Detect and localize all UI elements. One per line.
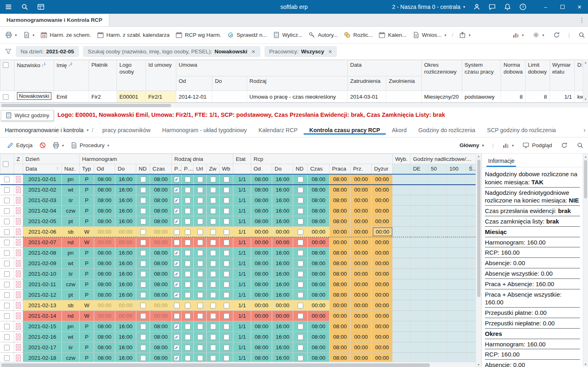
cell-dyzur[interactable]: 00:00 (372, 237, 393, 248)
cell-harm-czas[interactable]: 00:00 (150, 227, 172, 237)
cell-praca[interactable]: 08:00 (330, 290, 351, 300)
select-all-cell[interactable] (0, 60, 15, 91)
more-options-icon[interactable]: ⋮ (576, 14, 588, 26)
cell-prz[interactable]: 00:00 (351, 258, 372, 269)
cell-rcp-nd[interactable] (293, 353, 308, 362)
url-checkbox[interactable] (197, 219, 203, 224)
edit-button[interactable]: Edycja (4, 140, 36, 151)
bell-icon[interactable] (504, 3, 511, 11)
cell-100[interactable] (447, 300, 466, 311)
cell-logo-osoby[interactable]: E00001 (117, 91, 146, 103)
cell-zw[interactable] (207, 227, 220, 237)
cell-harm-do[interactable]: 00:00 (115, 237, 136, 248)
column-header-dyzur[interactable]: Dyżur (372, 164, 393, 174)
row-select-cell[interactable] (0, 342, 14, 353)
cell-limit-dobowy[interactable]: 8 (525, 91, 550, 103)
column-header-czas[interactable]: Czas (150, 164, 172, 174)
url-checkbox[interactable] (197, 271, 203, 277)
cell-dyzur[interactable]: 00:00 (372, 332, 393, 342)
cell-50[interactable] (428, 269, 447, 279)
cell-wb[interactable] (220, 258, 233, 269)
cell-rcp-nd[interactable] (293, 258, 308, 269)
toolbar-button-rozlic[interactable]: Rozlic... (341, 30, 375, 40)
pru-checkbox[interactable] (185, 324, 190, 329)
cell-harm-do[interactable]: 16:00 (115, 290, 136, 300)
cell-zw[interactable] (207, 185, 220, 195)
url-checkbox[interactable] (197, 187, 203, 193)
wb-checkbox[interactable] (224, 229, 229, 235)
cell-dyzur[interactable]: 00:00 (372, 342, 393, 353)
pr-checkbox[interactable] (174, 334, 180, 340)
cell-rcp-czas[interactable]: 08:00 (308, 206, 330, 216)
cell-100[interactable] (447, 237, 466, 248)
column-header-okres-rozliczeniowy[interactable]: Okres rozliczeniowy (421, 60, 462, 91)
column-header-rodzaj[interactable]: Rodzaj (247, 76, 347, 91)
cell-pru[interactable] (182, 206, 194, 216)
rcp-nd-checkbox[interactable] (298, 177, 303, 182)
cell-imie[interactable]: Emil (54, 91, 89, 103)
cell-wb[interactable] (220, 206, 233, 216)
cell-wb[interactable] (220, 332, 233, 342)
cell-url[interactable] (194, 237, 207, 248)
cell-url[interactable] (194, 342, 207, 353)
cell-rcp-do[interactable]: 00:00 (272, 227, 293, 237)
cell-sw[interactable] (466, 195, 476, 206)
wb-checkbox[interactable] (224, 240, 229, 245)
tab-harmonogramowanie-i-kontrola-rcp[interactable]: Harmonogramowanie i Kontrola RCP (0, 14, 109, 26)
cell-harm-czas[interactable]: 08:00 (150, 342, 172, 353)
cell-de[interactable] (410, 206, 428, 216)
cell-typ[interactable]: W (80, 227, 94, 237)
url-checkbox[interactable] (197, 240, 203, 245)
cell-harm-od[interactable]: 00:00 (94, 311, 115, 321)
cell-rcp-do[interactable]: 16:00 (272, 279, 293, 290)
cell-wb[interactable] (220, 311, 233, 321)
cell-harm-do[interactable]: 16:00 (115, 279, 136, 290)
cell-100[interactable] (447, 321, 466, 332)
grid-row-2021-02-18[interactable]: 2021-02-18czwP08:0016:0008:001/108:0016:… (0, 353, 476, 362)
wb-checkbox[interactable] (224, 187, 229, 193)
cell-pr[interactable] (172, 227, 182, 237)
cell-sw[interactable] (466, 300, 476, 311)
cell-etat[interactable]: 1/1 (233, 216, 251, 227)
cell-100[interactable] (447, 279, 466, 290)
cell-100[interactable] (447, 185, 466, 195)
cell-pru[interactable] (182, 248, 194, 258)
cell-praca[interactable]: 08:00 (330, 279, 351, 290)
cell-prz[interactable]: 00:00 (351, 195, 372, 206)
url-checkbox[interactable] (197, 198, 203, 203)
cell-harm-do[interactable]: 16:00 (115, 206, 136, 216)
cell-url[interactable] (194, 185, 207, 195)
cell-etat[interactable]: 1/1 (233, 300, 251, 311)
row-checkbox[interactable] (4, 271, 10, 277)
cell-wb[interactable] (220, 342, 233, 353)
cell-pru[interactable] (182, 185, 194, 195)
column-header-do[interactable]: Do (115, 164, 136, 174)
row-checkbox[interactable] (4, 198, 10, 203)
cell-typ[interactable]: P (80, 290, 94, 300)
cell-praca[interactable]: 08:00 (330, 353, 351, 362)
cell-prz[interactable]: 00:00 (351, 185, 372, 195)
cell-typ[interactable]: W (80, 300, 94, 311)
cell-date[interactable]: 2021-02-03 (23, 195, 62, 206)
nd-checkbox[interactable] (140, 198, 146, 203)
cell-rcp-do[interactable]: 16:00 (272, 195, 293, 206)
module-selector[interactable]: Harmonogramowanie i kontrola ▾ (5, 123, 89, 137)
wb-checkbox[interactable] (224, 261, 229, 266)
cell-dyzur[interactable]: 00:00 (372, 174, 393, 185)
cell-harm-do[interactable]: 16:00 (115, 321, 136, 332)
cell-typ[interactable]: W (80, 237, 94, 248)
row-select-cell[interactable] (0, 332, 14, 342)
grid-row-2021-02-11[interactable]: 2021-02-11czwP08:0016:0008:001/108:0016:… (0, 279, 476, 290)
pr-checkbox[interactable] (174, 187, 180, 193)
cell-100[interactable] (447, 332, 466, 342)
cell-sw[interactable] (466, 174, 476, 185)
zw-checkbox[interactable] (210, 324, 216, 329)
zw-checkbox[interactable] (210, 240, 216, 245)
cell-wyb[interactable] (393, 353, 410, 362)
help-icon[interactable] (519, 3, 527, 11)
row-select-cell[interactable] (0, 321, 14, 332)
cell-wyb[interactable] (393, 311, 410, 321)
cell-day[interactable]: nd (62, 311, 80, 321)
pr-checkbox[interactable] (174, 313, 180, 319)
cell-date[interactable]: 2021-02-12 (23, 290, 62, 300)
